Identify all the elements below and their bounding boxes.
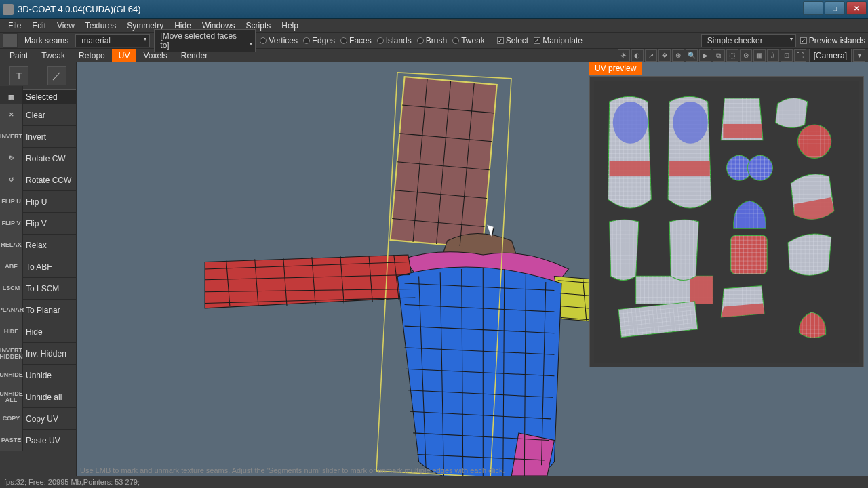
left-btn-label: To ABF (23, 262, 52, 272)
checker-dropdown[interactable]: Simple checker (701, 34, 796, 47)
status-bar: fps:32; Free: 20995 Mb,Pointers: 53 279; (0, 476, 868, 488)
svg-point-5 (673, 102, 707, 144)
mode-radio-vertices[interactable]: Vertices (260, 36, 298, 45)
mode-tab-retopo[interactable]: Retopo (72, 49, 112, 62)
cursor-icon (489, 224, 497, 236)
invert-icon: INVERT (0, 126, 23, 148)
menu-file[interactable]: File (3, 20, 26, 32)
left-btn-rotate-cw[interactable]: ↻Rotate CW (0, 148, 76, 169)
minimize-button[interactable]: _ (803, 1, 823, 15)
rotate-cw-icon: ↻ (0, 148, 23, 169)
viewport-tool-6[interactable]: ▶ (699, 49, 711, 62)
checkbox-icon (534, 37, 540, 44)
viewport-tool-13[interactable]: ⛶ (794, 49, 806, 62)
viewport-tool-10[interactable]: ▦ (753, 49, 766, 62)
svg-rect-17 (690, 276, 713, 304)
menu-help[interactable]: Help (276, 20, 304, 32)
left-btn-to-lscm[interactable]: LSCMTo LSCM (0, 278, 76, 300)
left-btn-flip-v[interactable]: FLIP VFlip V (0, 213, 76, 235)
left-btn-rotate-ccw[interactable]: ↺Rotate CCW (0, 169, 76, 191)
svg-rect-4 (669, 161, 710, 176)
left-btn-flip-u[interactable]: FLIP UFlip U (0, 191, 76, 213)
left-btn-label: To Planar (23, 306, 60, 315)
left-btn-unhide[interactable]: UNHIDEUnhide (0, 365, 76, 386)
mark-seams-icon[interactable] (3, 33, 18, 48)
svg-point-3 (613, 102, 648, 144)
radio-icon (377, 37, 384, 44)
viewport-tool-7[interactable]: ⧉ (713, 49, 725, 62)
left-btn-clear[interactable]: ✕Clear (0, 104, 76, 126)
radio-icon (260, 37, 267, 44)
mode-radio-tweak[interactable]: Tweak (452, 36, 485, 45)
camera-button[interactable]: [Camera] (809, 49, 852, 62)
viewport-tool-12[interactable]: ⊡ (781, 49, 793, 62)
svg-point-12 (747, 155, 772, 180)
left-btn-label: Rotate CW (23, 154, 66, 163)
radio-icon (303, 37, 310, 44)
menu-view[interactable]: View (52, 20, 80, 32)
viewport-tool-9[interactable]: ⊘ (740, 49, 752, 62)
left-btn-relax[interactable]: RELAXRelax (0, 235, 76, 256)
left-btn-copy-uv[interactable]: COPYCopy UV (0, 408, 76, 430)
checkbox-icon (497, 37, 504, 44)
check-manipulate[interactable]: Manipulate (534, 36, 583, 45)
left-btn-paste-uv[interactable]: PASTEPaste UV (0, 430, 76, 451)
viewport-tool-8[interactable]: ⬚ (726, 49, 738, 62)
brush-tool-icon[interactable]: ／ (47, 66, 66, 85)
text-tool-icon[interactable]: T (9, 66, 28, 85)
menu-textures[interactable]: Textures (80, 20, 121, 32)
close-button[interactable]: ✕ (846, 1, 867, 15)
flip-v-icon: FLIP V (0, 213, 23, 235)
viewport-3d[interactable]: UV preview (77, 62, 868, 476)
mode-tab-paint[interactable]: Paint (3, 49, 35, 62)
to-planar-icon: PLANAR (0, 300, 23, 321)
viewport-tool-1[interactable]: ◐ (631, 49, 644, 62)
svg-point-8 (797, 125, 831, 158)
relax-icon: RELAX (0, 235, 23, 256)
mode-radio-faces[interactable]: Faces (340, 36, 372, 45)
camera-menu-icon[interactable]: ▾ (853, 49, 865, 62)
material-dropdown[interactable]: material (75, 34, 150, 47)
flip-u-icon: FLIP U (0, 191, 23, 213)
left-btn-to-planar[interactable]: PLANARTo Planar (0, 300, 76, 321)
move-faces-dropdown[interactable]: [Move selected faces to] (154, 29, 256, 52)
toolbar: Mark seams material [Move selected faces… (0, 33, 868, 49)
title-bar: 3D-COAT 4.0.04(CUDA)(GL64) _ □ ✕ (0, 0, 868, 19)
checkbox-icon (800, 37, 807, 44)
viewport-tool-2[interactable]: ↗ (645, 49, 657, 62)
viewport-tool-5[interactable]: 🔍 (686, 49, 698, 62)
viewport-tool-0[interactable]: ☀ (618, 49, 630, 62)
mode-tab-uv[interactable]: UV (112, 49, 137, 62)
left-btn-label: Rotate CCW (23, 176, 71, 185)
left-btn-label: Unhide (23, 371, 52, 380)
mode-radio-edges[interactable]: Edges (303, 36, 335, 45)
left-btn-inv-hidden[interactable]: INVERTHIDDENInv. Hidden (0, 343, 76, 365)
clear-icon: ✕ (0, 104, 23, 126)
left-btn-label: Copy UV (23, 414, 58, 424)
uv-preview-canvas[interactable] (594, 81, 859, 363)
viewport-tool-11[interactable]: # (767, 49, 779, 62)
left-tool-column: T ／ ▦ Selected ✕ClearINVERTInvert↻Rotate… (0, 62, 77, 476)
preview-islands-check[interactable]: Preview islands (800, 36, 865, 45)
check-select[interactable]: Select (497, 36, 528, 45)
viewport-tool-4[interactable]: ⊕ (672, 49, 684, 62)
maximize-button[interactable]: □ (825, 1, 845, 15)
left-btn-hide[interactable]: HIDEHide (0, 321, 76, 343)
mode-radio-islands[interactable]: Islands (377, 36, 412, 45)
selected-header: Selected (23, 92, 58, 102)
left-btn-label: Flip U (23, 197, 47, 207)
uv-preview-panel[interactable]: UV preview (589, 62, 864, 374)
mode-radio-brush[interactable]: Brush (417, 36, 447, 45)
mode-tab-tweak[interactable]: Tweak (35, 49, 72, 62)
left-btn-unhide-all[interactable]: UNHIDEALLUnhide all (0, 386, 76, 408)
left-btn-invert[interactable]: INVERTInvert (0, 126, 76, 148)
app-icon (3, 4, 14, 15)
svg-rect-2 (610, 161, 650, 176)
menu-edit[interactable]: Edit (26, 20, 52, 32)
left-btn-label: Inv. Hidden (23, 349, 66, 359)
left-btn-label: Invert (23, 132, 46, 142)
viewport-tool-3[interactable]: ✥ (658, 49, 671, 62)
left-btn-to-abf[interactable]: ABFTo ABF (0, 256, 76, 278)
left-btn-label: Relax (23, 241, 47, 250)
left-btn-label: To LSCM (23, 284, 59, 293)
